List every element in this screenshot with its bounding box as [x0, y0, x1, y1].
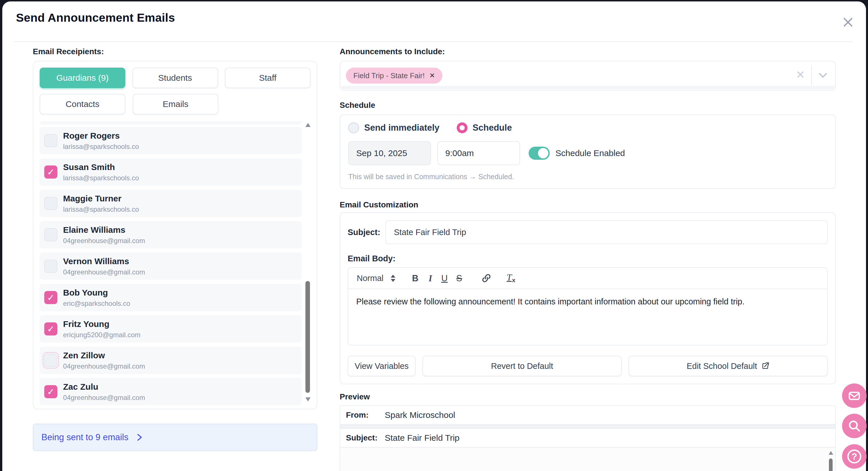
- recipient-checkbox[interactable]: ✓: [44, 228, 57, 241]
- email-preview: From: Spark Microschool Subject: State F…: [340, 405, 836, 471]
- recipient-name: Elaine Williams: [63, 225, 145, 235]
- editor-toolbar: Normal B I U S Tx: [348, 268, 827, 289]
- recipient-checkbox[interactable]: ✓: [44, 134, 57, 147]
- schedule-option-label: Schedule: [473, 123, 512, 133]
- partial-row-above: [40, 121, 302, 125]
- tag-remove-icon[interactable]: ✕: [429, 72, 435, 79]
- recipient-checkbox[interactable]: ✓: [44, 385, 57, 398]
- preview-subject-value: State Fair Field Trip: [385, 433, 460, 443]
- recipient-checkbox[interactable]: ✓: [44, 354, 57, 367]
- recipient-email: 04greenhouse@gmail.com: [63, 394, 145, 402]
- email-customization-label: Email Customization: [340, 200, 836, 209]
- recipient-email: larissa@sparkschools.co: [63, 205, 139, 213]
- schedule-section-label: Schedule: [340, 101, 836, 110]
- schedule-enabled-toggle[interactable]: [529, 147, 550, 160]
- send-immediately-radio[interactable]: [348, 123, 359, 133]
- recipient-email: larissa@sparkschools.co: [63, 174, 139, 182]
- recipient-email: ericjung5200@gmail.com: [63, 331, 141, 339]
- underline-button[interactable]: U: [441, 274, 447, 283]
- recipient-list-scrollbar[interactable]: [305, 121, 311, 403]
- announcements-multiselect[interactable]: Field Trip - State Fair! ✕ ✕: [340, 61, 836, 91]
- date-input[interactable]: Sep 10, 2025: [348, 141, 431, 165]
- recipient-tabs-row-1: Guardians (9) Students Staff: [40, 68, 311, 88]
- recipient-name: Roger Rogers: [63, 131, 139, 141]
- tab-contacts[interactable]: Contacts: [40, 94, 125, 114]
- subject-input[interactable]: [385, 220, 828, 244]
- schedule-card: Send immediately Schedule Sep 10, 2025 9…: [340, 114, 836, 189]
- close-icon: [842, 16, 854, 28]
- recipient-name: Zen Zillow: [63, 350, 145, 360]
- strikethrough-button[interactable]: S: [456, 274, 462, 283]
- preview-scrollbar[interactable]: [828, 448, 833, 471]
- style-sort-arrows-icon[interactable]: [391, 275, 395, 282]
- search-fab-button[interactable]: [842, 414, 867, 438]
- list-item[interactable]: ✓ Vernon Williams 04greenhouse@gmail.com: [40, 253, 302, 280]
- list-item[interactable]: ✓ Zen Zillow 04greenhouse@gmail.com: [40, 347, 302, 374]
- edit-school-default-button[interactable]: Edit School Default: [628, 356, 828, 376]
- recipient-list: ✓ Roger Rogers larissa@sparkschools.co ✓…: [40, 121, 311, 403]
- announcements-section-label: Announcements to Include:: [340, 47, 836, 56]
- list-item[interactable]: ✓ Fritz Young ericjung5200@gmail.com: [40, 315, 302, 343]
- time-input[interactable]: 9:00am: [437, 141, 520, 165]
- recipient-checkbox[interactable]: ✓: [44, 291, 57, 304]
- envelope-icon: [847, 388, 862, 403]
- list-item[interactable]: ✓ Bob Young eric@sparkschools.co: [40, 284, 302, 311]
- view-variables-button[interactable]: View Variables: [348, 356, 415, 376]
- select-divider: [811, 66, 812, 85]
- scrollbar-thumb[interactable]: [305, 281, 310, 393]
- recipient-name: Vernon Williams: [63, 257, 145, 266]
- preview-body-area: [340, 447, 835, 471]
- recipient-email: larissa@sparkschools.co: [63, 143, 139, 150]
- scroll-down-icon[interactable]: [305, 397, 311, 401]
- preview-scroll-up-icon[interactable]: [829, 451, 833, 455]
- list-item[interactable]: ✓ Maggie Turner larissa@sparkschools.co: [40, 190, 302, 217]
- list-item[interactable]: ✓ Zac Zulu 04greenhouse@gmail.com: [40, 378, 302, 405]
- list-item[interactable]: ✓ Susan Smith larissa@sparkschools.co: [40, 158, 302, 186]
- tab-staff[interactable]: Staff: [225, 68, 311, 88]
- schedule-inputs-row: Sep 10, 2025 9:00am Schedule Enabled: [348, 141, 827, 165]
- revert-to-default-button[interactable]: Revert to Default: [423, 356, 622, 376]
- recipient-name: Maggie Turner: [63, 194, 139, 203]
- list-item[interactable]: ✓ Elaine Williams 04greenhouse@gmail.com: [40, 221, 302, 248]
- chevron-down-icon[interactable]: [818, 72, 828, 79]
- tab-students[interactable]: Students: [132, 68, 218, 88]
- recipient-name: Fritz Young: [63, 319, 141, 329]
- clear-formatting-icon[interactable]: Tx: [507, 273, 515, 283]
- question-mark-icon: ?: [846, 448, 862, 465]
- recipient-email: 04greenhouse@gmail.com: [63, 268, 145, 276]
- email-body-input[interactable]: Please review the following announcement…: [348, 289, 827, 345]
- bold-button[interactable]: B: [412, 274, 418, 283]
- recipients-section: Email Receipients: Guardians (9) Student…: [33, 47, 317, 451]
- clear-selection-icon[interactable]: ✕: [796, 69, 805, 80]
- email-fab-button[interactable]: [842, 383, 867, 408]
- recipient-checkbox[interactable]: ✓: [44, 197, 57, 210]
- recipient-checkbox[interactable]: ✓: [44, 165, 57, 178]
- list-item[interactable]: ✓ Roger Rogers larissa@sparkschools.co: [40, 127, 302, 154]
- announcement-tag-label: Field Trip - State Fair!: [353, 71, 425, 80]
- scroll-up-icon[interactable]: [305, 123, 311, 127]
- send-immediately-label: Send immediately: [364, 123, 440, 133]
- customization-buttons: View Variables Revert to Default Edit Sc…: [348, 356, 828, 376]
- recipient-checkbox[interactable]: ✓: [44, 323, 57, 336]
- check-icon: ✓: [47, 293, 55, 302]
- page-title: Send Announcement Emails: [16, 11, 175, 25]
- paragraph-style-dropdown[interactable]: Normal: [357, 274, 383, 283]
- close-button[interactable]: [841, 16, 855, 29]
- check-icon: ✓: [47, 325, 55, 334]
- help-fab-button[interactable]: ?: [842, 444, 867, 469]
- sent-summary-link[interactable]: Being sent to 9 emails: [33, 424, 317, 451]
- preview-section-label: Preview: [340, 392, 836, 401]
- rich-text-editor: Normal B I U S Tx: [348, 267, 828, 345]
- tab-emails[interactable]: Emails: [133, 94, 218, 114]
- recipient-checkbox[interactable]: ✓: [44, 260, 57, 273]
- recipient-name: Susan Smith: [63, 162, 139, 172]
- link-icon[interactable]: [481, 273, 492, 283]
- schedule-enabled-label: Schedule Enabled: [555, 148, 625, 158]
- schedule-radio[interactable]: [457, 123, 468, 133]
- preview-scrollbar-thumb[interactable]: [829, 459, 833, 471]
- schedule-options: Send immediately Schedule: [348, 123, 827, 133]
- italic-button[interactable]: I: [429, 274, 432, 283]
- tab-guardians[interactable]: Guardians (9): [40, 68, 125, 88]
- recipient-name: Zac Zulu: [63, 382, 145, 392]
- preview-subject-label: Subject:: [346, 433, 385, 442]
